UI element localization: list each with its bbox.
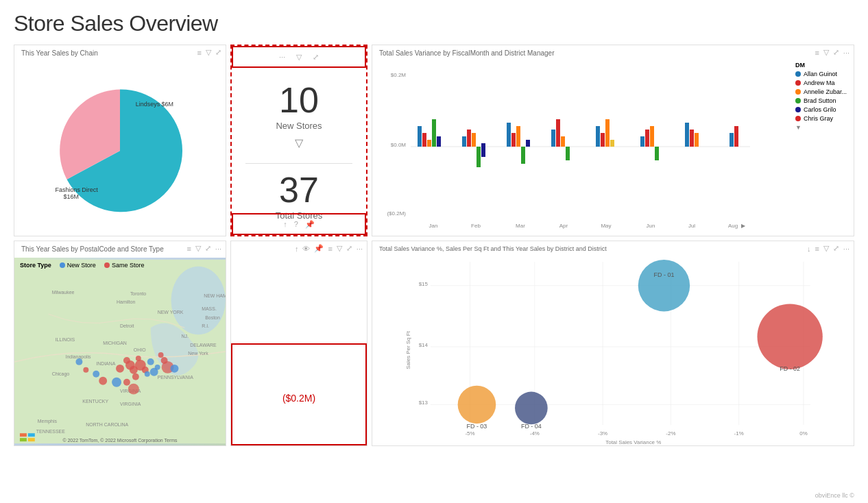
tile-bar-chart: Total Sales Variance by FiscalMonth and … <box>372 45 854 236</box>
legend-dot-0 <box>795 71 801 77</box>
bubble-more-icon[interactable]: ··· <box>843 245 849 253</box>
svg-rect-22 <box>605 119 610 147</box>
svg-point-43 <box>171 267 226 334</box>
bubble-fd04-label: FD - 04 <box>521 423 542 430</box>
y-tick-14: $14 <box>419 342 429 348</box>
map-legend-same: Same Store <box>104 262 145 269</box>
kpi-pin-icon[interactable]: 📌 <box>305 220 315 229</box>
bubble-menu-icon[interactable]: ≡ <box>815 245 819 253</box>
kpi-more-icon[interactable]: ··· <box>279 53 285 61</box>
svg-text:Jun: Jun <box>647 223 655 229</box>
bubble-fd04[interactable] <box>515 392 548 425</box>
svg-rect-68 <box>20 438 27 441</box>
kpi-bottom-toolbar: ↑ ? 📌 <box>232 213 366 235</box>
svg-point-54 <box>123 357 130 364</box>
kpi2-toolbar: ↑ 👁 📌 ≡ ▽ ⤢ ··· <box>295 244 363 253</box>
bubble-fd03-label: FD - 03 <box>467 423 487 430</box>
bar-filter-icon[interactable]: ▽ <box>823 48 829 57</box>
kpi2-negative-value: ($0.2M) <box>282 393 315 404</box>
kpi-help-icon[interactable]: ? <box>294 220 298 228</box>
kpi2-pin-icon[interactable]: 📌 <box>314 244 324 253</box>
bubble-fd03[interactable] <box>458 386 496 424</box>
svg-point-55 <box>150 368 158 376</box>
tile-map: This Year Sales by PostalCode and Store … <box>14 241 226 446</box>
svg-rect-67 <box>20 433 27 437</box>
map-expand-icon[interactable]: ⤢ <box>205 244 211 253</box>
svg-rect-15 <box>526 140 530 147</box>
bubble-down-icon[interactable]: ↓ <box>807 245 811 253</box>
map-copyright: © 2022 TomTom, © 2022 Microsoft Corporat… <box>62 438 177 443</box>
bar-more-icon[interactable]: ··· <box>843 49 849 57</box>
svg-rect-16 <box>551 130 555 147</box>
state-indiana: INDIANA <box>96 361 116 366</box>
bar-expand-icon[interactable]: ⤢ <box>833 48 839 57</box>
map-filter-icon[interactable]: ▽ <box>195 244 201 253</box>
state-ri: R.I. <box>202 323 209 328</box>
pie-title: This Year Sales by Chain <box>21 49 98 57</box>
pie-filter-icon[interactable]: ▽ <box>206 48 211 57</box>
bubble-fd02[interactable] <box>757 304 822 369</box>
bubble-fd01-label: FD - 01 <box>654 271 675 278</box>
svg-point-57 <box>158 352 164 358</box>
svg-rect-1 <box>418 126 422 147</box>
svg-text:Jul: Jul <box>688 223 695 229</box>
kpi2-eye-icon[interactable]: 👁 <box>302 245 310 253</box>
pie-svg: Lindseys $6M Fashions Direct $16M <box>14 45 226 236</box>
svg-point-62 <box>128 384 139 395</box>
kpi2-filter-icon[interactable]: ▽ <box>337 244 342 253</box>
bar-title: Total Sales Variance by FiscalMonth and … <box>379 49 554 57</box>
bubble-expand-icon[interactable]: ⤢ <box>833 244 839 253</box>
svg-rect-28 <box>685 123 689 147</box>
footer-credit: obviEnce llc © <box>815 492 854 499</box>
pie-expand-icon[interactable]: ⤢ <box>215 48 221 57</box>
svg-point-64 <box>93 371 99 378</box>
svg-rect-17 <box>556 119 560 147</box>
bubble-toolbar: ↓ ≡ ▽ ⤢ ··· <box>807 244 849 253</box>
pie-label-lindsey: Lindseys $6M <box>136 101 173 108</box>
page-title: Store Sales Overview <box>14 11 854 36</box>
svg-point-52 <box>116 365 124 373</box>
bubble-filter-icon[interactable]: ▽ <box>823 244 829 253</box>
bar-menu-icon[interactable]: ≡ <box>815 49 819 57</box>
x-tick-1: -1% <box>734 430 744 437</box>
kpi-up-icon[interactable]: ↑ <box>283 220 287 228</box>
svg-rect-20 <box>596 126 600 147</box>
svg-point-47 <box>147 358 154 365</box>
kpi-total-stores-value: 37 <box>279 172 319 208</box>
map-menu-icon[interactable]: ≡ <box>186 245 191 253</box>
city-detroit: Detroit <box>120 323 134 328</box>
legend-item-4: Carlos Grilo <box>795 106 847 113</box>
city-milwaukee: Milwaukee <box>52 290 75 295</box>
bubble-svg: Sales Per Sq Ft $15 $14 $13 -5% -4% -3% … <box>372 255 854 445</box>
kpi2-menu-icon[interactable]: ≡ <box>328 245 332 253</box>
svg-rect-2 <box>422 133 426 147</box>
kpi-expand-icon[interactable]: ⤢ <box>313 53 319 62</box>
kpi2-more-icon[interactable]: ··· <box>357 245 363 253</box>
pie-label-fashions2: $16M <box>64 193 79 200</box>
y-tick-13: $13 <box>419 400 429 406</box>
city-hamilton: Hamilton <box>117 299 136 304</box>
dashboard: Store Sales Overview This Year Sales by … <box>0 0 868 503</box>
map-background[interactable]: Store Type New Store Same Store <box>14 258 226 445</box>
city-toronto: Toronto <box>130 291 146 296</box>
kpi2-up-icon[interactable]: ↑ <box>295 245 299 253</box>
same-store-label: Same Store <box>112 262 145 269</box>
y-axis-label: Sales Per Sq Ft <box>405 330 411 369</box>
y-label-0: $0.2M <box>391 72 407 78</box>
kpi2-expand-icon[interactable]: ⤢ <box>346 244 352 253</box>
svg-point-63 <box>99 377 107 385</box>
pie-label-fashions1: Fashions Direct <box>56 186 99 193</box>
svg-point-59 <box>171 365 179 373</box>
svg-point-50 <box>132 373 139 380</box>
tile-kpi-bottom: ↑ 👁 📌 ≡ ▽ ⤢ ··· ($0.2M) <box>230 241 367 446</box>
state-tennessee: TENNESSEE <box>36 429 65 434</box>
svg-text:Mar: Mar <box>516 223 525 229</box>
bubble-fd01[interactable] <box>638 260 690 311</box>
pie-menu-icon[interactable]: ≡ <box>197 49 202 57</box>
bar-legend-scroll[interactable]: ▼ <box>795 124 847 131</box>
kpi-filter-icon[interactable]: ▽ <box>296 53 302 62</box>
svg-rect-4 <box>432 119 436 147</box>
legend-item-2: Annelie Zubar... <box>795 88 847 95</box>
map-more-icon[interactable]: ··· <box>215 245 221 253</box>
svg-text:Feb: Feb <box>471 223 481 229</box>
